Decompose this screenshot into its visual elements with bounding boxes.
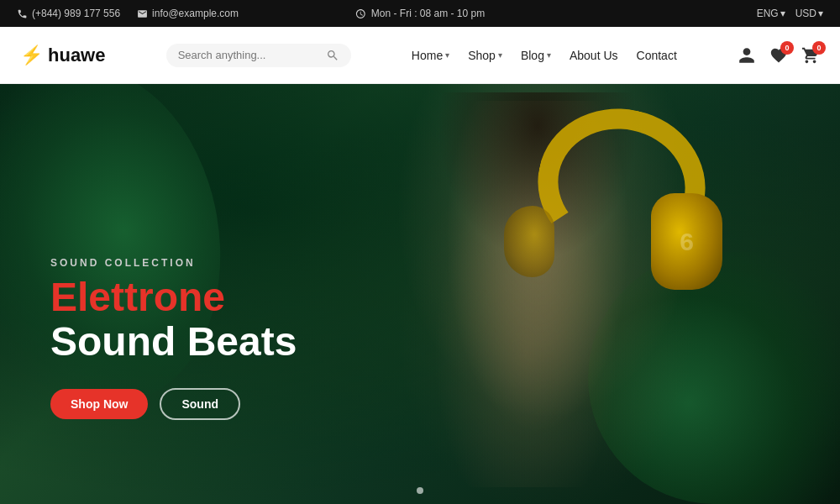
top-bar: (+844) 989 177 556 info@example.com Mon … <box>0 0 840 27</box>
phone-info: (+844) 989 177 556 <box>17 8 120 19</box>
header-icons: 0 0 <box>738 46 820 65</box>
header: ⚡ huawe Home ▾ Shop ▾ Blog ▾ About Us Co… <box>0 27 840 84</box>
lang-caret: ▾ <box>780 8 785 19</box>
hero-content: SOUND COLLECTION Elettrone Sound Beats S… <box>50 257 297 420</box>
hero-title-red: Elettrone <box>50 276 297 320</box>
shop-caret: ▾ <box>498 50 502 60</box>
cart-button[interactable]: 0 <box>801 46 820 65</box>
phone-number: (+844) 989 177 556 <box>32 8 120 19</box>
nav-about[interactable]: About Us <box>570 49 618 62</box>
top-bar-left: (+844) 989 177 556 info@example.com <box>17 8 239 19</box>
phone-icon <box>17 8 28 19</box>
account-button[interactable] <box>738 46 756 65</box>
hero-buttons: Shop Now Sound <box>50 388 297 420</box>
currency-caret: ▾ <box>818 8 823 19</box>
email-info: info@example.com <box>137 8 239 19</box>
hero-subtitle: SOUND COLLECTION <box>50 257 297 269</box>
currency-selector[interactable]: USD ▾ <box>795 8 823 19</box>
email-icon <box>137 8 148 19</box>
wishlist-badge: 0 <box>780 41 794 55</box>
shop-now-button[interactable]: Shop Now <box>50 389 148 419</box>
wishlist-button[interactable]: 0 <box>769 46 788 65</box>
blog-caret: ▾ <box>547 50 551 60</box>
nav-blog[interactable]: Blog ▾ <box>521 49 551 62</box>
hero-title-white: Sound Beats <box>50 320 297 365</box>
nav-contact[interactable]: Contact <box>637 49 677 62</box>
search-icon <box>326 49 339 62</box>
hero-person: 6 <box>336 84 756 504</box>
search-bar[interactable] <box>166 44 351 67</box>
logo-icon: ⚡ <box>20 45 43 66</box>
cart-badge: 0 <box>812 41 826 55</box>
main-nav: Home ▾ Shop ▾ Blog ▾ About Us Contact <box>412 49 677 62</box>
sound-button[interactable]: Sound <box>160 388 240 420</box>
scroll-indicator <box>417 487 423 494</box>
language-selector[interactable]: ENG ▾ <box>757 8 785 19</box>
business-hours: Mon - Fri : 08 am - 10 pm <box>371 8 485 19</box>
home-caret: ▾ <box>445 50 449 60</box>
hero-section: 6 SOUND COLLECTION Elettrone Sound Beats… <box>0 84 840 504</box>
nav-shop[interactable]: Shop ▾ <box>468 49 502 62</box>
search-input[interactable] <box>178 49 319 61</box>
email-address: info@example.com <box>152 8 239 19</box>
clock-icon <box>355 8 366 19</box>
lang-currency: ENG ▾ USD ▾ <box>757 8 823 19</box>
nav-home[interactable]: Home ▾ <box>412 49 449 62</box>
logo[interactable]: ⚡ huawe <box>20 45 105 66</box>
logo-text: huawe <box>48 45 105 66</box>
hours-info: Mon - Fri : 08 am - 10 pm <box>355 8 485 19</box>
